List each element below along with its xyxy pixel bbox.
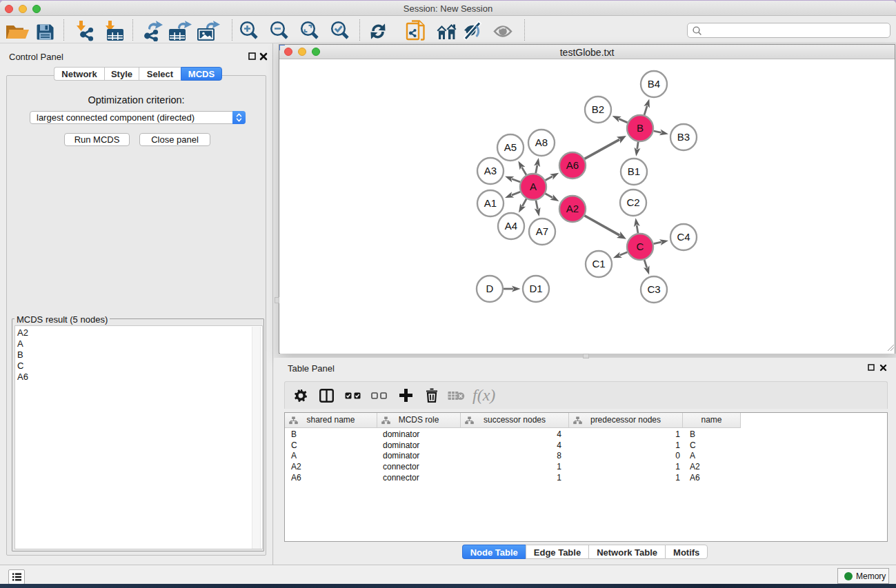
svg-text:A5: A5 — [504, 141, 517, 153]
svg-text:C: C — [637, 241, 644, 252]
svg-text:C4: C4 — [677, 231, 690, 243]
svg-text:A1: A1 — [484, 197, 497, 209]
svg-text:B4: B4 — [648, 78, 660, 90]
svg-text:B2: B2 — [592, 103, 604, 115]
svg-text:A2: A2 — [566, 203, 579, 214]
svg-text:A6: A6 — [566, 159, 579, 171]
svg-text:A7: A7 — [536, 225, 548, 237]
svg-text:A4: A4 — [505, 220, 517, 232]
svg-text:C3: C3 — [647, 283, 660, 295]
svg-text:D1: D1 — [529, 283, 542, 294]
svg-text:C2: C2 — [626, 196, 639, 208]
svg-text:A3: A3 — [484, 165, 497, 176]
svg-text:B1: B1 — [628, 165, 640, 177]
svg-text:D: D — [486, 283, 494, 294]
svg-text:A: A — [530, 181, 537, 192]
svg-text:C1: C1 — [592, 258, 605, 270]
svg-text:B: B — [637, 122, 644, 134]
svg-text:B3: B3 — [677, 131, 690, 143]
svg-text:A8: A8 — [535, 136, 548, 148]
